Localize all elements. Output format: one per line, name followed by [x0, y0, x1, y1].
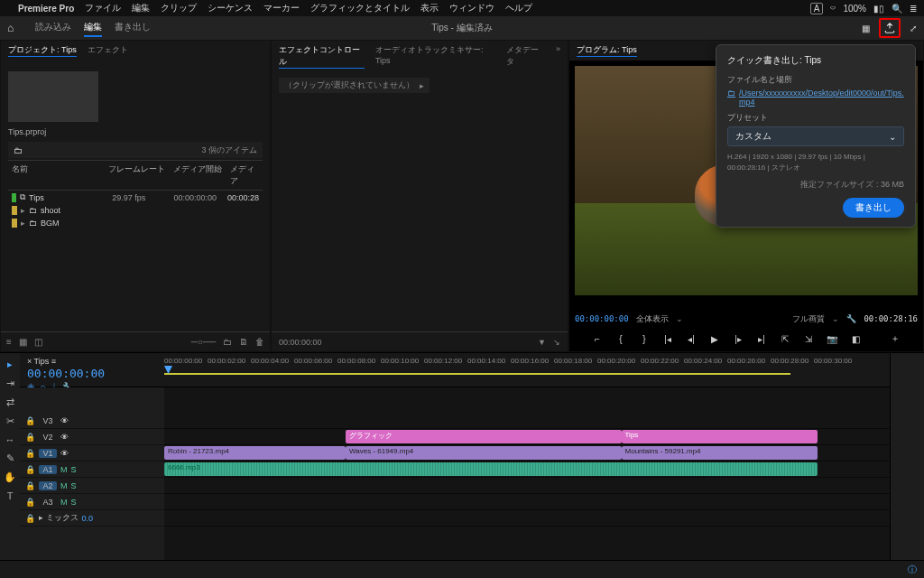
search-icon[interactable]: 🔍: [892, 4, 902, 14]
step-fwd-icon[interactable]: |▸: [733, 333, 744, 344]
work-area-bar[interactable]: [164, 373, 790, 375]
program-in-tc[interactable]: 00:00:00:00: [575, 314, 629, 323]
col-fps[interactable]: フレームレート: [108, 163, 173, 187]
ec-timecode[interactable]: 00:00:00:00: [279, 338, 322, 347]
clip-bgm[interactable]: 6666.mp3: [164, 462, 818, 476]
home-icon[interactable]: ⌂: [7, 22, 14, 34]
clip-mountains[interactable]: Mountains - 59291.mp4: [622, 446, 818, 460]
wrench-icon[interactable]: ↘: [553, 338, 560, 347]
menu-marker[interactable]: マーカー: [263, 2, 300, 14]
go-in-icon[interactable]: |◂: [662, 333, 673, 344]
wrench-icon[interactable]: 🔧: [846, 314, 856, 323]
audio-mixer-tab[interactable]: オーディオトラックミキサー: Tips: [375, 44, 495, 69]
play-icon[interactable]: ▶: [709, 333, 720, 344]
track-select-icon[interactable]: ⇥: [6, 378, 14, 389]
icon-view-icon[interactable]: ▦: [19, 337, 27, 347]
wifi-icon[interactable]: ⌔: [830, 4, 836, 14]
lane-a1[interactable]: 6666.mp3: [164, 461, 890, 478]
menu-view[interactable]: 表示: [420, 2, 439, 14]
project-thumbnail[interactable]: [8, 71, 98, 122]
program-out-tc[interactable]: 00:00:28:16: [864, 314, 918, 323]
clip-robin[interactable]: Robin - 21723.mp4: [164, 446, 346, 460]
effects-tab[interactable]: エフェクト: [88, 44, 128, 57]
track-a1-head[interactable]: 🔒A1MS: [20, 461, 164, 478]
tab-import[interactable]: 読み込み: [35, 19, 71, 37]
track-v2-head[interactable]: 🔒V2👁: [20, 429, 164, 445]
new-item-icon[interactable]: 🗎: [239, 337, 248, 347]
filter-icon[interactable]: ▼: [538, 338, 546, 347]
col-media[interactable]: メディア: [230, 163, 259, 187]
fit-dropdown[interactable]: 全体表示: [636, 313, 669, 325]
list-view-icon[interactable]: ≡: [6, 337, 12, 347]
trash-icon[interactable]: 🗑: [255, 337, 264, 347]
sequence-name[interactable]: Tips: [34, 357, 50, 366]
col-name[interactable]: 名前: [12, 163, 108, 187]
mark-in-icon[interactable]: {: [615, 333, 626, 344]
preset-dropdown[interactable]: カスタム ⌄: [727, 126, 904, 146]
panel-menu-icon[interactable]: »: [556, 44, 560, 69]
lane-v3[interactable]: [164, 413, 890, 429]
clip-graphic[interactable]: グラフィック: [346, 430, 622, 443]
timeline-timecode[interactable]: 00:00:00:00: [27, 367, 157, 380]
type-tool-icon[interactable]: T: [7, 490, 14, 501]
menu-clip[interactable]: クリップ: [161, 2, 197, 14]
lane-a3[interactable]: [164, 494, 890, 510]
hand-tool-icon[interactable]: ✋: [4, 471, 16, 483]
menu-window[interactable]: ウィンドウ: [449, 2, 494, 14]
control-center-icon[interactable]: ≣: [910, 4, 917, 14]
export-frame-icon[interactable]: 📷: [827, 333, 837, 344]
freeform-view-icon[interactable]: ◫: [34, 337, 42, 347]
fullscreen-icon[interactable]: ⤢: [910, 23, 917, 33]
effect-controls-tab[interactable]: エフェクトコントロール: [279, 44, 365, 69]
menu-edit[interactable]: 編集: [132, 2, 150, 14]
project-row[interactable]: ⧉Tips 29.97 fps 00:00:00:00 00:00:28: [8, 191, 263, 204]
menu-seq[interactable]: シーケンス: [208, 2, 253, 14]
go-out-icon[interactable]: ▸|: [756, 333, 767, 344]
pen-tool-icon[interactable]: ✎: [6, 452, 14, 464]
menu-help[interactable]: ヘルプ: [505, 2, 532, 14]
quick-export-button[interactable]: [879, 18, 901, 38]
project-tab[interactable]: プロジェクト: Tips: [8, 44, 77, 57]
project-search[interactable]: 🗀 3 個のアイテム: [8, 142, 263, 158]
project-row[interactable]: ▸🗀BGM: [8, 217, 263, 229]
selection-tool-icon[interactable]: ▸: [7, 359, 13, 370]
menu-graphic[interactable]: グラフィックとタイトル: [310, 2, 410, 14]
output-path[interactable]: 🗀 /Users/xxxxxxxxxx/Desktop/edit0000/out…: [727, 89, 904, 107]
step-back-icon[interactable]: ◂|: [686, 333, 697, 344]
slip-tool-icon[interactable]: ↔: [5, 434, 15, 445]
lane-v2[interactable]: グラフィック Tips: [164, 429, 890, 445]
input-mode-icon[interactable]: A: [810, 3, 824, 14]
clip-waves[interactable]: Waves - 61949.mp4: [346, 446, 622, 460]
track-mix-head[interactable]: 🔒▸ ミックス0.0: [20, 510, 164, 527]
app-name[interactable]: Premiere Pro: [18, 4, 74, 14]
tab-edit[interactable]: 編集: [84, 19, 102, 37]
metadata-tab[interactable]: メタデータ: [506, 44, 545, 69]
export-button[interactable]: 書き出し: [843, 198, 904, 218]
lane-mix[interactable]: [164, 510, 890, 527]
new-bin-icon[interactable]: 🗀: [223, 337, 232, 347]
info-icon[interactable]: ⓘ: [908, 564, 917, 576]
track-v1-head[interactable]: 🔒V1👁: [20, 445, 164, 461]
menu-file[interactable]: ファイル: [85, 2, 121, 14]
razor-tool-icon[interactable]: ✂: [6, 415, 14, 427]
mark-out-icon[interactable]: }: [639, 333, 650, 344]
track-a2-head[interactable]: 🔒A2MS: [20, 478, 164, 494]
workspace-icon[interactable]: ▦: [862, 23, 870, 33]
ripple-tool-icon[interactable]: ⇄: [6, 396, 14, 408]
extract-icon[interactable]: ⇲: [803, 333, 814, 344]
project-row[interactable]: ▸🗀shoot: [8, 204, 263, 217]
track-v3-head[interactable]: 🔒V3👁: [20, 413, 164, 429]
compare-icon[interactable]: ◧: [850, 333, 861, 344]
timeline-ruler[interactable]: 00:00:00:0000:00:02:0000:00:04:0000:00:0…: [164, 353, 890, 387]
track-a3-head[interactable]: 🔒A3MS: [20, 494, 164, 510]
program-tab[interactable]: プログラム: Tips: [577, 44, 637, 57]
add-marker-icon[interactable]: ⌐: [592, 333, 603, 344]
col-start[interactable]: メディア開始: [173, 163, 230, 187]
tab-export[interactable]: 書き出し: [115, 19, 151, 37]
lane-v1[interactable]: Robin - 21723.mp4 Waves - 61949.mp4 Moun…: [164, 445, 890, 461]
quality-dropdown[interactable]: フル画質: [792, 313, 825, 325]
lift-icon[interactable]: ⇱: [780, 333, 790, 344]
button-editor-icon[interactable]: ＋: [890, 333, 901, 344]
zoom-slider[interactable]: ─○──: [191, 337, 216, 347]
lane-a2[interactable]: [164, 478, 890, 494]
